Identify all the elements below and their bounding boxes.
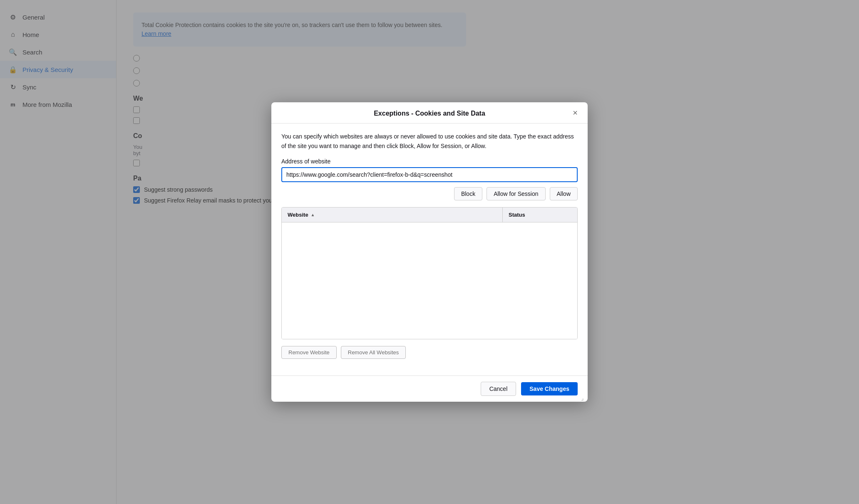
address-label: Address of website xyxy=(281,158,578,165)
modal-overlay: Exceptions - Cookies and Site Data × You… xyxy=(0,0,859,504)
table-header: Website ▲ Status xyxy=(282,208,577,222)
action-buttons: Block Allow for Session Allow xyxy=(281,187,578,200)
allow-button[interactable]: Allow xyxy=(550,187,578,200)
sort-icon: ▲ xyxy=(311,212,315,217)
dialog-footer: Cancel Save Changes xyxy=(271,376,588,402)
allow-for-session-button[interactable]: Allow for Session xyxy=(487,187,545,200)
col-website[interactable]: Website ▲ xyxy=(282,208,502,222)
remove-all-websites-button[interactable]: Remove All Websites xyxy=(341,346,406,359)
resize-handle: ⌟ xyxy=(581,395,586,400)
dialog-body: You can specify which websites are alway… xyxy=(271,124,588,376)
table-body xyxy=(282,222,577,339)
dialog-header: Exceptions - Cookies and Site Data × xyxy=(271,102,588,124)
exceptions-dialog: Exceptions - Cookies and Site Data × You… xyxy=(271,102,588,402)
dialog-description: You can specify which websites are alway… xyxy=(281,132,578,151)
dialog-title: Exceptions - Cookies and Site Data xyxy=(374,110,485,117)
save-changes-button[interactable]: Save Changes xyxy=(521,382,578,395)
cancel-button[interactable]: Cancel xyxy=(481,382,516,396)
remove-buttons: Remove Website Remove All Websites xyxy=(281,346,578,359)
remove-website-button[interactable]: Remove Website xyxy=(281,346,337,359)
close-button[interactable]: × xyxy=(569,107,581,119)
address-input[interactable] xyxy=(281,167,578,182)
col-status: Status xyxy=(502,208,577,222)
block-button[interactable]: Block xyxy=(454,187,482,200)
exceptions-table: Website ▲ Status xyxy=(281,207,578,339)
